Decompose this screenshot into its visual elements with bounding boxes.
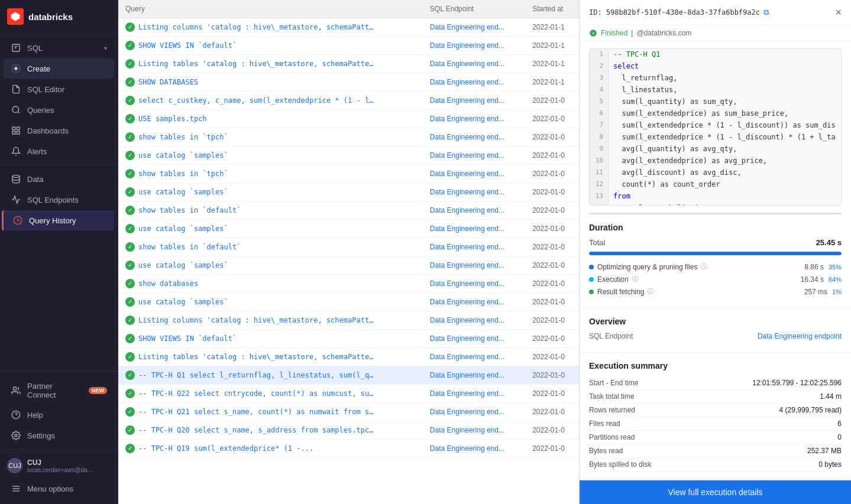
exec-summary-row: Task total time 1.44 m: [589, 390, 842, 404]
query-text: use catalog `samples`: [138, 188, 228, 196]
plus-icon: [11, 63, 21, 74]
table-row[interactable]: ✓ show tables in `default` Data Engineer…: [118, 201, 579, 220]
execution-summary-rows: Start - End time 12:01:59.799 - 12:02:25…: [589, 376, 842, 472]
table-row[interactable]: ✓ SHOW VIEWS IN `default` Data Engineeri…: [118, 330, 579, 348]
table-cell-query: ✓ Listing tables 'catalog : hive\_metast…: [118, 55, 423, 73]
table-cell-query: ✓ -- TPC-H Q22 select cntrycode, count(*…: [118, 385, 423, 403]
table-row[interactable]: ✓ show tables in `tpch` Data Engineering…: [118, 165, 579, 183]
table-row[interactable]: ✓ -- TPC-H Q19 sum(l_extendedprice* (1 -…: [118, 440, 579, 458]
help-icon: [11, 409, 21, 420]
status-success-icon: ✓: [125, 407, 135, 417]
status-success-icon: ✓: [125, 22, 135, 32]
sidebar-item-settings[interactable]: Settings: [4, 425, 114, 446]
table-row[interactable]: ✓ Listing columns 'catalog : hive\_metas…: [118, 311, 579, 330]
table-row[interactable]: ✓ show tables in `default` Data Engineer…: [118, 238, 579, 256]
query-table-container[interactable]: Query SQL Endpoint Started at ✓ Listing …: [118, 0, 579, 504]
sidebar-item-create[interactable]: Create: [4, 58, 114, 79]
table-row[interactable]: ✓ use catalog `samples` Data Engineering…: [118, 256, 579, 275]
table-cell-time: 2022-01-1: [525, 18, 579, 37]
table-cell-time: 2022-01-0: [525, 147, 579, 165]
overview-sql-endpoint-val[interactable]: Data Engineering endpoint: [758, 332, 842, 340]
line-content: sum(l_extendedprice * (1 - l_discount)) …: [609, 120, 840, 132]
table-row[interactable]: ✓ Listing columns 'catalog : hive\_metas…: [118, 18, 579, 37]
duration-item: Optimizing query & pruning files ⓘ 8.86 …: [589, 262, 842, 271]
query-table: Query SQL Endpoint Started at ✓ Listing …: [118, 0, 579, 458]
sidebar-item-sql[interactable]: SQL ▾: [4, 38, 114, 58]
sidebar-item-label-sql-endpoints: SQL Endpoints: [27, 196, 79, 204]
sidebar-item-label-help: Help: [27, 411, 43, 420]
detail-panel: ID: 598b82bf-510f-438e-8da3-37fa6bbf9a2c…: [579, 0, 851, 504]
table-header-row: Query SQL Endpoint Started at: [118, 0, 579, 18]
query-text: use catalog `samples`: [138, 298, 228, 306]
table-row[interactable]: ✓ show tables in `tpch` Data Engineering…: [118, 128, 579, 147]
table-row[interactable]: ✓ Listing tables 'catalog : hive\_metast…: [118, 55, 579, 73]
code-line: 4 l_linestatus,: [590, 84, 841, 96]
table-row[interactable]: ✓ Listing tables 'catalog : hive\_metast…: [118, 348, 579, 366]
table-cell-time: 2022-01-0: [525, 165, 579, 183]
query-text: -- TPC-H Q19 sum(l_extendedprice* (1 -..…: [138, 444, 313, 453]
exec-summary-row: Partitions read 0: [589, 431, 842, 444]
table-cell-endpoint: Data Engineering end...: [423, 293, 525, 311]
user-profile[interactable]: CUJ CUJ lucas.cerdan+aws@da...: [0, 453, 118, 478]
table-row[interactable]: ✓ use catalog `samples` Data Engineering…: [118, 220, 579, 238]
close-button[interactable]: ×: [835, 7, 842, 18]
table-cell-time: 2022-01-0: [525, 348, 579, 366]
table-cell-time: 2022-01-0: [525, 238, 579, 256]
table-row[interactable]: ✓ SHOW VIEWS IN `default` Data Engineeri…: [118, 37, 579, 55]
settings-icon: [11, 430, 21, 441]
col-header-endpoint: SQL Endpoint: [423, 0, 525, 18]
line-content: samples.tpch.lineitem: [609, 203, 716, 206]
svg-marker-0: [11, 12, 20, 21]
info-icon[interactable]: ⓘ: [701, 262, 707, 271]
info-icon[interactable]: ⓘ: [648, 287, 654, 296]
duration-total-row: Total 25.45 s: [589, 238, 842, 247]
sidebar-item-queries[interactable]: Queries: [4, 100, 114, 120]
table-row[interactable]: ✓ -- TPC-H Q22 select cntrycode, count(*…: [118, 385, 579, 403]
sidebar-item-alerts[interactable]: Alerts: [4, 141, 114, 161]
table-row[interactable]: ✓ use catalog `samples` Data Engineering…: [118, 183, 579, 201]
line-content: l_linestatus,: [609, 84, 682, 96]
table-cell-time: 2022-01-1: [525, 37, 579, 55]
table-cell-time: 2022-01-1: [525, 73, 579, 92]
duration-item-right: 16.34 s 64%: [801, 275, 842, 284]
sidebar-item-sql-endpoints[interactable]: SQL Endpoints: [4, 190, 114, 210]
svg-point-3: [12, 106, 19, 113]
user-email-sidebar: lucas.cerdan+aws@da...: [27, 467, 92, 473]
table-cell-query: ✓ Listing columns 'catalog : hive\_metas…: [118, 311, 423, 330]
sidebar-item-help[interactable]: Help: [4, 405, 114, 425]
table-row[interactable]: ✓ -- TPC-H Q1 select l_returnflag, l_lin…: [118, 366, 579, 385]
svg-rect-6: [12, 131, 15, 134]
table-row[interactable]: ✓ show databases Data Engineering end...…: [118, 275, 579, 293]
table-row[interactable]: ✓ USE samples.tpch Data Engineering end.…: [118, 110, 579, 128]
sidebar-item-partner-connect[interactable]: Partner Connect NEW: [4, 377, 114, 404]
sidebar-item-sql-editor[interactable]: SQL Editor: [4, 79, 114, 99]
table-cell-endpoint: Data Engineering end...: [423, 128, 525, 147]
table-row[interactable]: ✓ -- TPC-H Q20 select s_name, s_address …: [118, 421, 579, 440]
status-success-icon: ✓: [125, 425, 135, 435]
table-cell-endpoint: Data Engineering end...: [423, 403, 525, 421]
table-row[interactable]: ✓ select c_custkey, c_name, sum(l_extend…: [118, 92, 579, 110]
table-row[interactable]: ✓ SHOW DATABASES Data Engineering end...…: [118, 73, 579, 92]
sidebar-item-label-data: Data: [27, 175, 43, 184]
duration-total-value: 25.45 s: [816, 238, 842, 247]
table-row[interactable]: ✓ use catalog `samples` Data Engineering…: [118, 293, 579, 311]
table-cell-time: 2022-01-0: [525, 293, 579, 311]
table-cell-query: ✓ use catalog `samples`: [118, 183, 423, 201]
overview-section: Overview SQL Endpoint Data Engineering e…: [580, 308, 851, 353]
sidebar-item-label-query-history: Query History: [29, 216, 76, 225]
view-full-execution-button[interactable]: View full execution details: [580, 480, 851, 504]
col-header-query: Query: [118, 0, 423, 18]
query-text: show tables in `default`: [138, 243, 241, 251]
exec-val: 252.37 MB: [807, 447, 842, 455]
copy-icon[interactable]: ⧉: [763, 8, 769, 17]
table-row[interactable]: ✓ -- TPC-H Q21 select s_name, count(*) a…: [118, 403, 579, 421]
duration-item-pct: 64%: [829, 276, 842, 283]
line-content: select: [609, 61, 643, 73]
sidebar-item-query-history[interactable]: Query History: [2, 210, 114, 230]
sidebar-item-menu-options[interactable]: Menu options: [4, 479, 114, 499]
table-row[interactable]: ✓ use catalog `samples` Data Engineering…: [118, 147, 579, 165]
sidebar-item-data[interactable]: Data: [4, 169, 114, 189]
line-number: 1: [590, 49, 609, 61]
sidebar-item-dashboards[interactable]: Dashboards: [4, 121, 114, 141]
info-icon[interactable]: ⓘ: [632, 275, 639, 284]
